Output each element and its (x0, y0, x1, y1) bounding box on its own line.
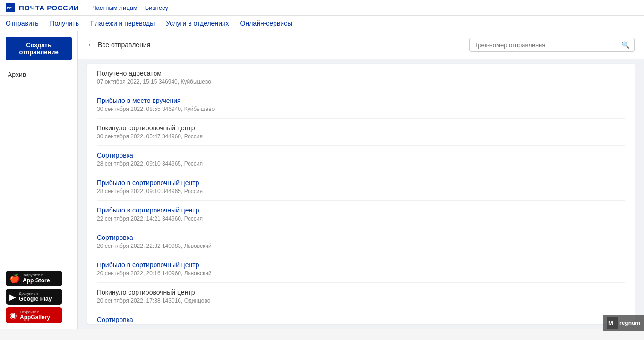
tracking-item: Прибыло в сортировочный центр22 сентября… (97, 201, 625, 228)
top-link-private[interactable]: Частным лицам (92, 4, 137, 11)
app-store-name: App Store (23, 277, 50, 284)
top-bar: ПР ПОЧТА РОССИИ Частным лицам Бизнесу (0, 0, 644, 16)
tracking-status: Сортировка (97, 152, 625, 159)
tracking-status: Прибыло в сортировочный центр (97, 261, 625, 269)
content-area: ← Все отправления 🔍 Получено адресатом07… (78, 31, 644, 329)
tracking-status: Сортировка (97, 316, 625, 323)
watermark: M regnum (603, 315, 644, 329)
back-link[interactable]: ← Все отправления (87, 41, 150, 49)
google-play-badge[interactable]: ▶ Доступно в Google Play (6, 289, 62, 305)
app-gallery-badge[interactable]: ◉ Откройте в AppGallery (6, 307, 62, 323)
google-icon: ▶ (9, 292, 16, 302)
tracking-details: 22 сентября 2022, 14:21 344960, Россия (97, 215, 625, 222)
tracking-item: Прибыло в сортировочный центр20 сентября… (97, 255, 625, 283)
tracking-list: Получено адресатом07 октября 2022, 15:15… (87, 64, 635, 324)
watermark-logo: M (607, 317, 618, 329)
sidebar: Создать отправление Архив 🍎 Загрузите в … (0, 31, 78, 329)
tracking-details: 30 сентября 2022, 05:47 344960, Россия (97, 133, 625, 140)
logo-icon: ПР (6, 3, 15, 12)
tracking-item: Покинуло сортировочный центр20 сентября … (97, 283, 625, 310)
app-gallery-name: AppGallery (20, 314, 50, 321)
tracking-status: Прибыло в сортировочный центр (97, 206, 625, 214)
sidebar-item-archive[interactable]: Архив (6, 68, 72, 81)
google-play-name: Google Play (19, 296, 52, 302)
create-shipment-button[interactable]: Создать отправление (6, 37, 72, 60)
google-play-small: Доступно в (19, 291, 52, 296)
nav-send[interactable]: Отправить (6, 19, 38, 27)
nav-bar: Отправить Получить Платежи и переводы Ус… (0, 16, 644, 31)
google-play-text: Доступно в Google Play (19, 291, 52, 302)
tracking-details: 30 сентября 2022, 08:55 346940, Куйбышев… (97, 106, 625, 112)
tracking-item: Сортировка28 сентября 2022, 09:10 344965… (97, 146, 625, 173)
app-gallery-small: Откройте в (20, 310, 50, 314)
app-store-small: Загрузите в (23, 273, 50, 277)
tracking-details: 07 октября 2022, 15:15 346940, Куйбышево (97, 78, 625, 85)
tracking-details: 20 сентября 2022, 20:16 140960, Львовски… (97, 270, 625, 277)
main-layout: Создать отправление Архив 🍎 Загрузите в … (0, 31, 644, 329)
apple-icon: 🍎 (9, 273, 20, 284)
logo-area: ПР ПОЧТА РОССИИ (6, 3, 79, 12)
svg-text:ПР: ПР (7, 6, 12, 10)
back-label: Все отправления (98, 41, 150, 49)
huawei-icon: ◉ (9, 310, 17, 321)
watermark-text: regnum (619, 320, 640, 326)
nav-receive[interactable]: Получить (50, 19, 79, 27)
logo-text: ПОЧТА РОССИИ (19, 4, 79, 12)
search-icon: 🔍 (621, 41, 629, 49)
tracking-status: Сортировка (97, 234, 625, 241)
tracking-details: 20 сентября 2022, 22:32 140983, Львовски… (97, 243, 625, 249)
tracking-details: 28 сентября 2022, 09:10 344965, Россия (97, 161, 625, 167)
tracking-item: Покинуло сортировочный центр30 сентября … (97, 119, 625, 146)
tracking-item: Получено адресатом07 октября 2022, 15:15… (97, 64, 625, 91)
tracking-status: Прибыло в сортировочный центр (97, 179, 625, 187)
back-arrow-icon: ← (87, 41, 95, 49)
tracking-status: Прибыло в место вручения (97, 97, 625, 104)
svg-text:M: M (608, 320, 613, 327)
tracking-item: Прибыло в место вручения30 сентября 2022… (97, 91, 625, 119)
content-header: ← Все отправления 🔍 (78, 31, 644, 59)
app-store-badge[interactable]: 🍎 Загрузите в App Store (6, 271, 62, 286)
tracking-status: Покинуло сортировочный центр (97, 289, 625, 296)
nav-online[interactable]: Онлайн-сервисы (240, 19, 292, 27)
tracking-item: Сортировка20 сентября 2022, 22:32 140983… (97, 228, 625, 255)
tracking-item: Сортировка20 сентября 2022, 12:40 143016… (97, 310, 625, 324)
search-box: 🔍 (469, 38, 635, 52)
tracking-item: Прибыло в сортировочный центр28 сентября… (97, 173, 625, 201)
tracking-status: Покинуло сортировочный центр (97, 124, 625, 132)
nav-payments[interactable]: Платежи и переводы (90, 19, 155, 27)
nav-services[interactable]: Услуги в отделениях (166, 19, 229, 27)
top-links: Частным лицам Бизнесу (92, 4, 168, 11)
app-store-text: Загрузите в App Store (23, 273, 50, 284)
tracking-details: 28 сентября 2022, 09:10 344965, Россия (97, 188, 625, 195)
tracking-status: Получено адресатом (97, 69, 625, 77)
tracking-details: 20 сентября 2022, 17:38 143016, Одинцово (97, 298, 625, 304)
app-gallery-text: Откройте в AppGallery (20, 310, 50, 321)
search-input[interactable] (474, 42, 621, 49)
sidebar-bottom: 🍎 Загрузите в App Store ▶ Доступно в Goo… (6, 271, 72, 323)
top-link-business[interactable]: Бизнесу (145, 4, 168, 11)
